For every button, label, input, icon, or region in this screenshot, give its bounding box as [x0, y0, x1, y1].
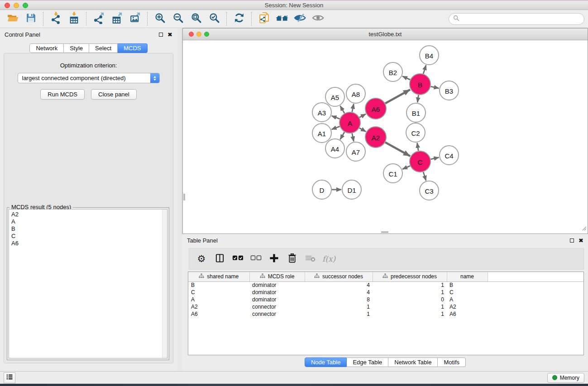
resize-grip-icon[interactable] [581, 224, 587, 233]
close-panel-button[interactable]: Close panel [91, 89, 137, 100]
table-cell[interactable]: 8 [305, 296, 373, 303]
table-cell[interactable]: 1 [373, 303, 447, 310]
table-row[interactable]: Adominator80A [188, 296, 583, 303]
table-cell[interactable]: A [188, 296, 249, 303]
close-window-icon[interactable] [5, 3, 10, 8]
table-cell[interactable]: 1 [373, 281, 447, 289]
run-mcds-button[interactable]: Run MCDS [40, 89, 85, 100]
node-table[interactable]: shared nameMCDS rolesuccessor nodesprede… [188, 272, 584, 355]
table-cell[interactable]: A6 [188, 310, 249, 318]
graph-node-A1[interactable]: A1 [312, 124, 331, 143]
table-row[interactable]: Bdominator41B [188, 281, 583, 289]
add-button[interactable] [268, 252, 280, 266]
zoom-out-button[interactable] [169, 11, 187, 27]
graph-node-D1[interactable]: D1 [342, 180, 361, 199]
save-button[interactable] [22, 11, 40, 27]
float-table-panel-icon[interactable] [570, 238, 574, 243]
clone-network-button[interactable] [255, 11, 273, 27]
table-cell[interactable]: dominator [249, 296, 305, 303]
task-history-button[interactable] [4, 372, 15, 383]
home-button[interactable] [273, 11, 291, 27]
table-cell[interactable]: B [447, 281, 488, 289]
edge-C-C2[interactable] [417, 143, 419, 151]
graph-node-B3[interactable]: B3 [440, 81, 459, 100]
columns-button[interactable] [214, 252, 225, 266]
table-cell[interactable]: A6 [447, 310, 488, 318]
graph-node-A4[interactable]: A4 [325, 139, 344, 158]
zoom-fit-button[interactable] [187, 11, 205, 27]
export-table-button[interactable] [108, 11, 126, 27]
table-cell[interactable]: 1 [305, 303, 373, 310]
table-cell[interactable]: C [188, 289, 249, 296]
window-titlebar[interactable]: Session: New Session [0, 0, 588, 10]
open-folder-button[interactable] [4, 11, 22, 27]
mcds-result-list[interactable]: A2ABCA6 [9, 209, 167, 358]
table-cell[interactable]: B [188, 281, 249, 289]
function-button[interactable]: f(x) [322, 252, 335, 266]
tab-style[interactable]: Style [64, 43, 89, 53]
tab-network[interactable]: Network [29, 43, 64, 53]
tab-select[interactable]: Select [89, 43, 118, 53]
table-cell[interactable]: 1 [373, 310, 447, 318]
table-row[interactable]: Cdominator41C [188, 289, 583, 296]
table-cell[interactable]: C [447, 289, 488, 296]
search-input[interactable] [462, 15, 580, 23]
import-table-button[interactable] [65, 11, 83, 27]
table-cell[interactable]: connector [249, 310, 305, 318]
select-all-button[interactable] [232, 252, 244, 266]
tab-node-table[interactable]: Node Table [305, 357, 347, 367]
column-header-shared-name[interactable]: shared name [188, 272, 249, 281]
column-header-predecessor-nodes[interactable]: predecessor nodes [373, 272, 447, 281]
table-cell[interactable]: 4 [305, 281, 373, 289]
tab-motifs[interactable]: Motifs [438, 357, 466, 367]
memory-button[interactable]: Memory [547, 373, 584, 383]
table-cell[interactable]: 1 [305, 310, 373, 318]
table-cell[interactable]: dominator [249, 281, 305, 289]
edge-A6-B[interactable] [385, 90, 410, 103]
result-list-item[interactable]: A [9, 218, 167, 225]
zoom-in-button[interactable] [151, 11, 169, 27]
graph-node-C3[interactable]: C3 [420, 181, 439, 200]
vertical-scroll-indicator[interactable] [183, 194, 185, 200]
edge-C-C1[interactable] [402, 166, 410, 169]
result-list-item[interactable]: C [9, 233, 167, 240]
table-cell[interactable]: dominator [249, 289, 305, 296]
table-cell[interactable]: A [447, 296, 488, 303]
maximize-window-icon[interactable] [23, 3, 28, 8]
column-header-MCDS-role[interactable]: MCDS role [249, 272, 305, 281]
refresh-button[interactable] [230, 11, 248, 27]
graph-node-A7[interactable]: A7 [346, 142, 365, 161]
graph-node-C2[interactable]: C2 [406, 123, 425, 142]
delete-table-button[interactable] [304, 252, 316, 266]
export-image-button[interactable] [126, 11, 144, 27]
table-row[interactable]: A2connector11A2 [188, 303, 583, 310]
graph-node-A8[interactable]: A8 [346, 84, 365, 103]
horizontal-scroll-indicator[interactable] [381, 231, 388, 233]
column-header-name[interactable]: name [447, 272, 488, 281]
graph-node-D[interactable]: D [312, 180, 331, 199]
edge-A-A8[interactable] [352, 104, 354, 112]
delete-button[interactable] [286, 252, 298, 266]
graph-node-C4[interactable]: C4 [440, 146, 459, 165]
graph-node-C[interactable]: C [410, 151, 430, 172]
table-row[interactable]: A6connector11A6 [188, 310, 583, 318]
float-panel-icon[interactable] [159, 33, 163, 37]
tab-network-table[interactable]: Network Table [388, 357, 438, 367]
show-eye-button[interactable] [309, 11, 327, 27]
minimize-window-icon[interactable] [14, 3, 19, 8]
graph-node-A[interactable]: A [339, 112, 360, 133]
import-network-button[interactable] [47, 11, 65, 27]
graph-node-B1[interactable]: B1 [406, 103, 425, 122]
gear-button[interactable]: ⚙ [196, 252, 207, 266]
close-panel-icon[interactable]: ✖ [167, 32, 172, 38]
search-box[interactable] [449, 13, 584, 25]
result-list-item[interactable]: A2 [9, 211, 167, 218]
edge-A-A1[interactable] [332, 126, 340, 129]
table-cell[interactable]: A2 [188, 303, 249, 310]
edge-A-A4[interactable] [340, 132, 344, 139]
table-cell[interactable]: 1 [373, 289, 447, 296]
table-cell[interactable]: connector [249, 303, 305, 310]
edge-C-C4[interactable] [430, 157, 439, 159]
graph-node-B4[interactable]: B4 [420, 46, 439, 65]
table-cell[interactable]: A2 [447, 303, 488, 310]
